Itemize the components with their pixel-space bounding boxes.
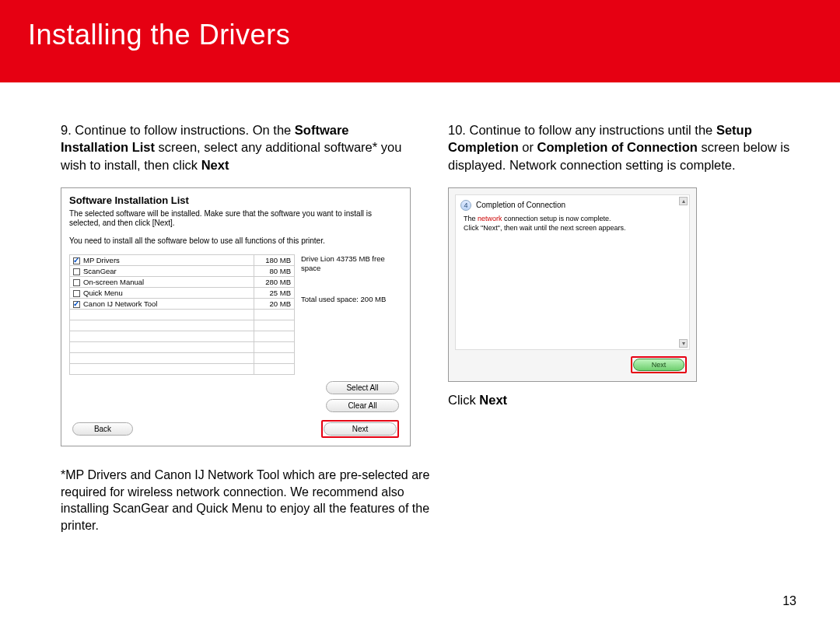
page-title: Installing the Drivers <box>28 19 812 51</box>
checkbox-icon[interactable] <box>73 301 80 308</box>
table-row[interactable]: On-screen Manual280 MB <box>70 276 295 287</box>
left-column: 9. Continue to follow instructions. On t… <box>61 121 411 446</box>
software-install-list-screenshot: Software Installation List The selected … <box>61 187 411 446</box>
software-size: 80 MB <box>254 265 295 276</box>
software-name: MP Drivers <box>83 256 120 264</box>
software-size: 280 MB <box>254 276 295 287</box>
checkbox-icon[interactable] <box>73 279 80 286</box>
step-9-text: 9. Continue to follow instructions. On t… <box>61 121 411 173</box>
right-column: 10. Continue to follow any instructions … <box>448 121 798 446</box>
dialog-description: The selected software will be installed.… <box>61 208 410 233</box>
table-row[interactable]: Canon IJ Network Tool20 MB <box>70 298 295 309</box>
table-row <box>70 341 295 352</box>
table-row <box>70 352 295 363</box>
network-word: network <box>478 215 502 222</box>
table-row <box>70 331 295 341</box>
step-number: 9. <box>61 123 75 137</box>
free-space-text: Drive Lion 43735 MB free space <box>301 254 402 274</box>
table-row[interactable]: ScanGear80 MB <box>70 265 295 276</box>
click-next-caption: Click Next <box>448 393 798 408</box>
scroll-up-icon[interactable]: ▴ <box>679 197 688 205</box>
dialog-note: You need to install all the software bel… <box>61 233 410 250</box>
software-name: Canon IJ Network Tool <box>83 299 157 308</box>
checkbox-icon[interactable] <box>73 257 80 264</box>
used-space-text: Total used space: 200 MB <box>301 295 402 304</box>
software-size: 20 MB <box>254 298 295 309</box>
content-area: 9. Continue to follow instructions. On t… <box>0 82 840 446</box>
disk-space-info: Drive Lion 43735 MB free space Total use… <box>301 254 402 375</box>
scroll-down-icon[interactable]: ▾ <box>679 339 688 348</box>
software-size: 180 MB <box>254 254 295 265</box>
footnote-text: *MP Drivers and Canon IJ Network Tool wh… <box>61 467 450 534</box>
select-all-button[interactable]: Select All <box>326 381 399 394</box>
page-banner: Installing the Drivers <box>0 0 840 82</box>
step-badge: 4 <box>460 200 471 211</box>
table-row <box>70 309 295 320</box>
step-10-text: 10. Continue to follow any instructions … <box>448 121 798 173</box>
software-name: ScanGear <box>83 267 117 275</box>
completion-heading-text: Completion of Connection <box>476 201 565 209</box>
completion-message: The network connection setup is now comp… <box>456 212 689 234</box>
back-button[interactable]: Back <box>72 422 133 436</box>
completion-connection-screenshot: ▴ 4 Completion of Connection The network… <box>448 187 697 382</box>
software-size: 25 MB <box>254 287 295 298</box>
software-table: MP Drivers180 MBScanGear80 MBOn-screen M… <box>69 254 295 375</box>
table-row <box>70 363 295 374</box>
software-name: On-screen Manual <box>83 278 144 286</box>
table-row[interactable]: Quick Menu25 MB <box>70 287 295 298</box>
dialog-title: Software Installation List <box>61 188 410 208</box>
checkbox-icon[interactable] <box>73 268 80 275</box>
clear-all-button[interactable]: Clear All <box>326 399 399 412</box>
table-row <box>70 320 295 331</box>
checkbox-icon[interactable] <box>73 290 80 297</box>
page-number: 13 <box>782 594 796 608</box>
completion-heading: 4 Completion of Connection <box>456 195 689 212</box>
next-button[interactable]: Next <box>324 422 397 436</box>
next-button[interactable]: Next <box>633 359 684 371</box>
next-button-highlight: Next <box>321 420 399 438</box>
software-name: Quick Menu <box>83 289 123 297</box>
table-row[interactable]: MP Drivers180 MB <box>70 254 295 265</box>
step-number: 10. <box>448 123 470 137</box>
next-button-highlight: Next <box>631 356 687 373</box>
